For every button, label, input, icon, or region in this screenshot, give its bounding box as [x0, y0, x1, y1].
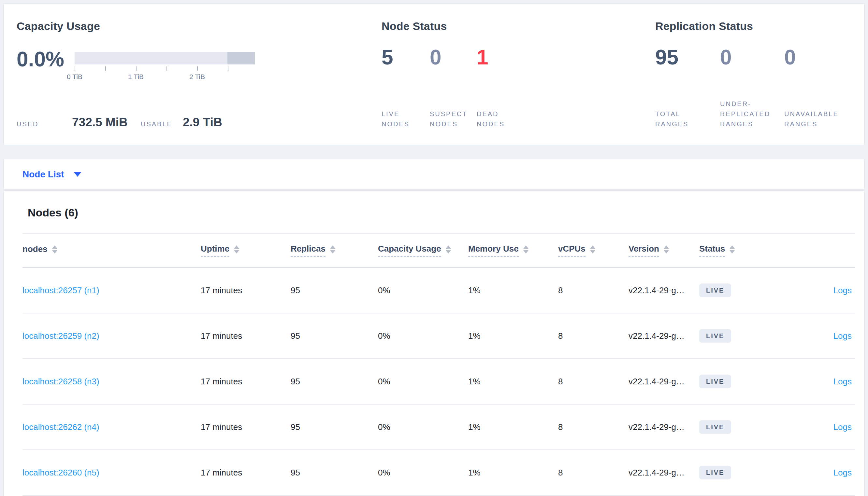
- capacity-usage-block: Capacity Usage 0.0% 0 TiB 1 TiB: [17, 20, 362, 129]
- unavailable-ranges-metric: 0 UNAVAILABLE RANGES: [784, 47, 856, 129]
- replicas-cell: 95: [290, 285, 378, 295]
- column-header-capacity-usage[interactable]: Capacity Usage: [378, 244, 468, 257]
- logs-link[interactable]: Logs: [834, 468, 852, 478]
- column-header-nodes[interactable]: nodes: [23, 244, 201, 257]
- used-label: USED: [17, 120, 72, 128]
- replication-status-title: Replication Status: [655, 20, 864, 33]
- sort-icon: [330, 245, 335, 253]
- capacity-usage-cell: 0%: [378, 422, 468, 432]
- dead-nodes-metric: 1 DEAD NODES: [477, 47, 532, 129]
- table-body: localhost:26257 (n1) 17 minutes 95 0% 1%…: [23, 268, 855, 496]
- sort-icon: [664, 245, 669, 253]
- suspect-nodes-metric: 0 SUSPECT NODES: [430, 47, 477, 129]
- table-row: localhost:26257 (n1) 17 minutes 95 0% 1%…: [23, 268, 855, 313]
- suspect-nodes-value: 0: [430, 47, 477, 68]
- sort-icon: [590, 245, 595, 253]
- unavailable-ranges-value: 0: [784, 47, 856, 68]
- status-badge: LIVE: [699, 283, 731, 297]
- version-cell: v22.1.4-29-g…: [629, 376, 699, 387]
- dead-nodes-value: 1: [477, 47, 532, 68]
- tick-label-0: 0 TiB: [67, 73, 83, 81]
- logs-link[interactable]: Logs: [834, 331, 852, 341]
- tick-label-1: 1 TiB: [128, 73, 144, 81]
- suspect-nodes-label: SUSPECT NODES: [430, 109, 477, 129]
- capacity-usage-cell: 0%: [378, 285, 468, 295]
- under-replicated-ranges-metric: 0 UNDER- REPLICATED RANGES: [720, 47, 784, 129]
- replicas-cell: 95: [290, 468, 378, 478]
- logs-link[interactable]: Logs: [834, 422, 852, 432]
- node-list-dropdown-label: Node List: [23, 169, 64, 180]
- sort-icon: [446, 245, 451, 253]
- capacity-bar-tail: [227, 52, 255, 64]
- table-row: localhost:26259 (n2) 17 minutes 95 0% 1%…: [23, 313, 855, 359]
- version-cell: v22.1.4-29-g…: [629, 468, 699, 478]
- status-badge: LIVE: [699, 375, 731, 388]
- node-address-link[interactable]: localhost:26257 (n1): [23, 285, 99, 295]
- live-nodes-value: 5: [381, 47, 430, 68]
- vcpus-cell: 8: [558, 468, 629, 478]
- view-selector-bar: Node List: [3, 159, 865, 190]
- vcpus-cell: 8: [558, 285, 629, 295]
- version-cell: v22.1.4-29-g…: [629, 285, 699, 295]
- under-replicated-ranges-label: UNDER- REPLICATED RANGES: [720, 99, 784, 129]
- version-cell: v22.1.4-29-g…: [629, 331, 699, 341]
- node-status-title: Node Status: [381, 20, 636, 33]
- capacity-bar-ticks: [75, 66, 255, 71]
- replicas-cell: 95: [290, 331, 378, 341]
- column-header-version[interactable]: Version: [629, 244, 699, 257]
- memory-use-cell: 1%: [468, 376, 558, 387]
- capacity-usage-cell: 0%: [378, 331, 468, 341]
- vcpus-cell: 8: [558, 376, 629, 387]
- node-address-link[interactable]: localhost:26260 (n5): [23, 468, 99, 478]
- nodes-table-panel: Nodes (6) nodes Uptime Replicas Capacity…: [3, 190, 865, 496]
- node-address-link[interactable]: localhost:26262 (n4): [23, 422, 99, 432]
- memory-use-cell: 1%: [468, 331, 558, 341]
- uptime-cell: 17 minutes: [201, 422, 290, 432]
- node-address-link[interactable]: localhost:26258 (n3): [23, 376, 99, 386]
- unavailable-ranges-label: UNAVAILABLE RANGES: [784, 109, 856, 129]
- status-badge: LIVE: [699, 329, 731, 343]
- used-value: 732.5 MiB: [72, 115, 141, 129]
- logs-link[interactable]: Logs: [834, 285, 852, 295]
- vcpus-cell: 8: [558, 422, 629, 432]
- node-list-dropdown[interactable]: Node List: [23, 169, 81, 180]
- memory-use-cell: 1%: [468, 468, 558, 478]
- cluster-summary-panel: Capacity Usage 0.0% 0 TiB 1 TiB: [3, 3, 865, 145]
- total-ranges-label: TOTAL RANGES: [655, 109, 720, 129]
- table-row: localhost:26262 (n4) 17 minutes 95 0% 1%…: [23, 405, 855, 450]
- nodes-heading: Nodes (6): [28, 206, 855, 219]
- column-header-uptime[interactable]: Uptime: [201, 244, 290, 257]
- status-badge: LIVE: [699, 420, 731, 434]
- table-header-row: nodes Uptime Replicas Capacity Usage Mem…: [23, 234, 855, 268]
- logs-link[interactable]: Logs: [834, 376, 852, 386]
- uptime-cell: 17 minutes: [201, 285, 290, 295]
- usable-label: USABLE: [141, 120, 183, 128]
- capacity-usage-title: Capacity Usage: [17, 20, 362, 33]
- usable-value: 2.9 TiB: [183, 115, 222, 129]
- under-replicated-ranges-value: 0: [720, 47, 784, 68]
- replication-status-block: Replication Status 95 TOTAL RANGES 0 UND…: [655, 20, 864, 129]
- sort-icon: [52, 245, 57, 253]
- capacity-usage-cell: 0%: [378, 468, 468, 478]
- total-ranges-value: 95: [655, 47, 720, 68]
- memory-use-cell: 1%: [468, 285, 558, 295]
- column-header-vcpus[interactable]: vCPUs: [558, 244, 629, 257]
- column-header-memory-use[interactable]: Memory Use: [468, 244, 558, 257]
- sort-icon: [234, 245, 239, 253]
- sort-icon: [730, 245, 735, 253]
- uptime-cell: 17 minutes: [201, 331, 290, 341]
- live-nodes-metric: 5 LIVE NODES: [381, 47, 430, 129]
- total-ranges-metric: 95 TOTAL RANGES: [655, 47, 720, 129]
- caret-down-icon: [74, 172, 81, 177]
- status-badge: LIVE: [699, 466, 731, 479]
- capacity-bar: 0 TiB 1 TiB 2 TiB: [75, 52, 255, 82]
- column-header-replicas[interactable]: Replicas: [290, 244, 378, 257]
- dead-nodes-label: DEAD NODES: [477, 109, 532, 129]
- column-header-status[interactable]: Status: [699, 244, 784, 257]
- version-cell: v22.1.4-29-g…: [629, 422, 699, 432]
- table-row: localhost:26258 (n3) 17 minutes 95 0% 1%…: [23, 359, 855, 405]
- live-nodes-label: LIVE NODES: [381, 109, 430, 129]
- node-address-link[interactable]: localhost:26259 (n2): [23, 331, 99, 341]
- tick-label-2: 2 TiB: [189, 73, 205, 81]
- capacity-bar-track: [75, 52, 255, 64]
